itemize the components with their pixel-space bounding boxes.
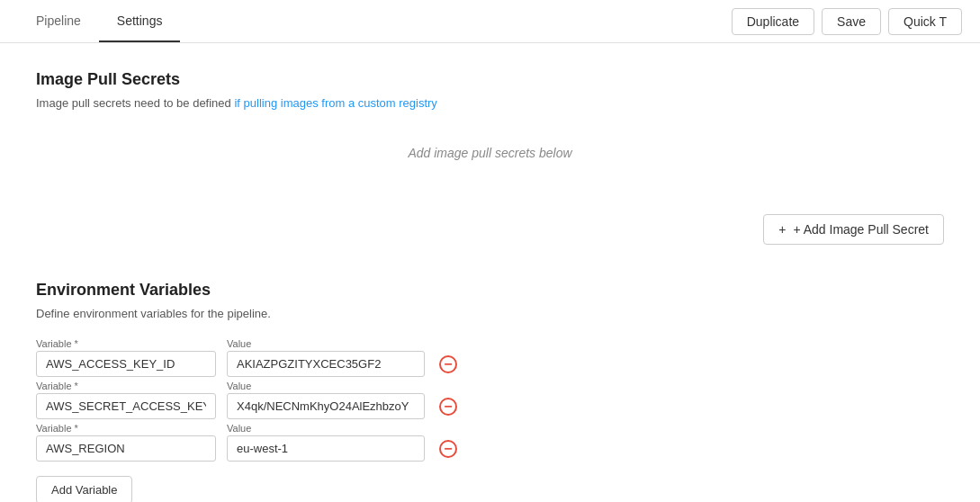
nav-actions: Duplicate Save Quick T	[732, 8, 962, 35]
env-var-row: Variable * Value −	[36, 423, 944, 462]
variable-field-3: Variable *	[36, 423, 216, 462]
remove-row-1-button[interactable]: −	[436, 352, 461, 377]
add-variable-button[interactable]: Add Variable	[36, 476, 132, 502]
add-image-pull-secret-button[interactable]: + + Add Image Pull Secret	[763, 214, 944, 245]
tab-settings[interactable]: Settings	[99, 0, 181, 42]
value-field-3: Value	[227, 423, 425, 462]
image-pull-secrets-desc: Image pull secrets need to be defined if…	[36, 96, 944, 110]
tab-pipeline[interactable]: Pipeline	[18, 0, 99, 42]
remove-row-3-button[interactable]: −	[436, 436, 461, 462]
empty-state-text: Add image pull secrets below	[408, 146, 571, 160]
remove-row-2-button[interactable]: −	[436, 394, 461, 419]
custom-registry-link[interactable]: if pulling images from a custom registry	[234, 96, 436, 110]
variable-input-1[interactable]	[36, 351, 216, 377]
variable-field-2: Variable *	[36, 381, 216, 419]
value-input-3[interactable]	[227, 435, 425, 462]
image-pull-secrets-section: Image Pull Secrets Image pull secrets ne…	[36, 70, 944, 245]
duplicate-button[interactable]: Duplicate	[732, 8, 814, 35]
quick-button[interactable]: Quick T	[888, 8, 962, 35]
env-vars-desc: Define environment variables for the pip…	[36, 307, 944, 320]
minus-circle-icon-3: −	[439, 440, 457, 458]
value-input-1[interactable]	[227, 351, 425, 377]
minus-circle-icon-2: −	[439, 398, 457, 416]
value-input-2[interactable]	[227, 393, 425, 419]
env-var-row: Variable * Value −	[36, 381, 944, 419]
empty-state: Add image pull secrets below	[36, 128, 944, 205]
nav-tabs: Pipeline Settings	[18, 0, 180, 42]
env-vars-list: Variable * Value − Variable * Val	[36, 338, 944, 465]
env-vars-title: Environment Variables	[36, 281, 944, 300]
environment-variables-section: Environment Variables Define environment…	[36, 281, 944, 502]
save-button[interactable]: Save	[822, 8, 881, 35]
variable-field-1: Variable *	[36, 338, 216, 377]
main-content: Image Pull Secrets Image pull secrets ne…	[0, 43, 980, 502]
env-var-row: Variable * Value −	[36, 338, 944, 377]
variable-input-3[interactable]	[36, 435, 216, 462]
top-navigation: Pipeline Settings Duplicate Save Quick T	[0, 0, 980, 43]
value-field-1: Value	[227, 338, 425, 377]
plus-icon: +	[778, 222, 786, 237]
value-field-2: Value	[227, 381, 425, 419]
image-pull-secrets-title: Image Pull Secrets	[36, 70, 944, 89]
variable-input-2[interactable]	[36, 393, 216, 419]
add-btn-container: + + Add Image Pull Secret	[36, 214, 944, 245]
minus-circle-icon-1: −	[439, 355, 457, 373]
